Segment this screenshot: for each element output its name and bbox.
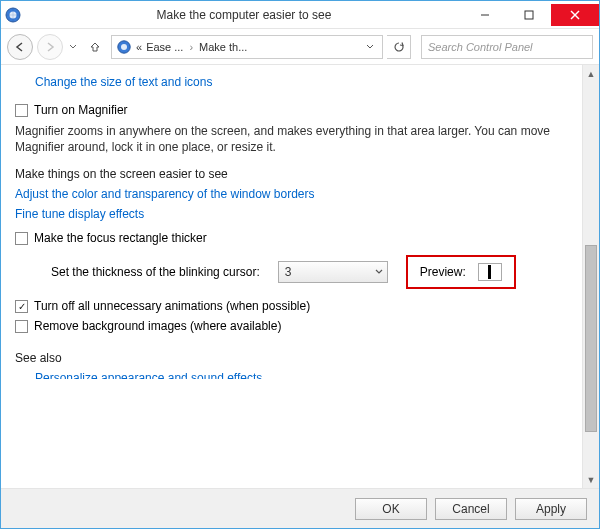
animations-checkbox[interactable]: ✓	[15, 300, 28, 313]
breadcrumb-make[interactable]: Make th...	[199, 41, 247, 53]
scroll-up-arrow-icon[interactable]: ▲	[583, 65, 599, 82]
focus-rectangle-label: Make the focus rectangle thicker	[34, 231, 207, 245]
focus-rectangle-checkbox[interactable]	[15, 232, 28, 245]
magnifier-checkbox-label: Turn on Magnifier	[34, 103, 128, 117]
preview-label: Preview:	[420, 265, 466, 279]
scroll-track[interactable]	[583, 82, 599, 471]
window-title: Make the computer easier to see	[25, 8, 463, 22]
content-panel: Change the size of text and icons Turn o…	[1, 65, 582, 488]
cursor-thickness-label: Set the thickness of the blinking cursor…	[51, 265, 260, 279]
search-placeholder: Search Control Panel	[428, 41, 533, 53]
svg-rect-3	[525, 11, 533, 19]
vertical-scrollbar[interactable]: ▲ ▼	[582, 65, 599, 488]
window-frame: Make the computer easier to see « Ease .…	[0, 0, 600, 529]
close-button[interactable]	[551, 4, 599, 26]
breadcrumb-prefix: «	[136, 41, 142, 53]
link-change-text-size[interactable]: Change the size of text and icons	[35, 75, 568, 89]
scroll-thumb[interactable]	[585, 245, 597, 432]
cursor-preview-box	[478, 263, 502, 281]
search-input[interactable]: Search Control Panel	[421, 35, 593, 59]
content-area: Change the size of text and icons Turn o…	[1, 65, 599, 488]
remove-bg-label: Remove background images (where availabl…	[34, 319, 281, 333]
apply-button[interactable]: Apply	[515, 498, 587, 520]
breadcrumb-ease[interactable]: Ease ...	[146, 41, 183, 53]
minimize-button[interactable]	[463, 4, 507, 26]
nav-up-button[interactable]	[83, 35, 107, 59]
nav-back-button[interactable]	[7, 34, 33, 60]
maximize-button[interactable]	[507, 4, 551, 26]
cursor-thickness-row: Set the thickness of the blinking cursor…	[51, 255, 568, 289]
button-footer: OK Cancel Apply	[1, 488, 599, 528]
cancel-button[interactable]: Cancel	[435, 498, 507, 520]
link-fine-tune[interactable]: Fine tune display effects	[15, 207, 568, 221]
app-icon	[1, 7, 25, 23]
ok-button[interactable]: OK	[355, 498, 427, 520]
nav-forward-button[interactable]	[37, 34, 63, 60]
cursor-preview-highlight: Preview:	[406, 255, 516, 289]
link-adjust-borders[interactable]: Adjust the color and transparency of the…	[15, 187, 568, 201]
animations-label: Turn off all unnecessary animations (whe…	[34, 299, 310, 313]
section-see-also-heading: See also	[15, 351, 568, 365]
address-dropdown-icon[interactable]	[362, 41, 378, 53]
cursor-thickness-select[interactable]: 3	[278, 261, 388, 283]
svg-point-7	[121, 44, 127, 50]
chevron-down-icon	[375, 265, 383, 279]
nav-history-dropdown[interactable]	[67, 43, 79, 51]
title-bar: Make the computer easier to see	[1, 1, 599, 29]
breadcrumb-separator-icon: ›	[187, 41, 195, 53]
window-control-buttons	[463, 4, 599, 26]
link-personalize[interactable]: Personalize appearance and sound effects	[35, 371, 568, 379]
navigation-bar: « Ease ... › Make th... Search Control P…	[1, 29, 599, 65]
section-make-easier-heading: Make things on the screen easier to see	[15, 167, 568, 181]
address-bar[interactable]: « Ease ... › Make th...	[111, 35, 383, 59]
cursor-preview-bar	[488, 265, 491, 279]
cursor-thickness-value: 3	[285, 265, 292, 279]
ease-of-access-icon	[116, 39, 132, 55]
scroll-down-arrow-icon[interactable]: ▼	[583, 471, 599, 488]
magnifier-description: Magnifier zooms in anywhere on the scree…	[15, 123, 568, 155]
magnifier-checkbox[interactable]	[15, 104, 28, 117]
refresh-button[interactable]	[387, 35, 411, 59]
remove-bg-checkbox[interactable]	[15, 320, 28, 333]
